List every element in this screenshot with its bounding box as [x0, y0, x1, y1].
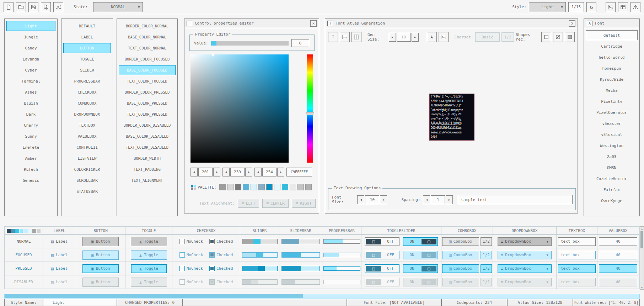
shapes-rec-diagonal-button[interactable]	[553, 32, 563, 42]
control-item-progressbar[interactable]: PROGRESSBAR	[63, 76, 111, 86]
close-icon[interactable]: x	[569, 20, 575, 27]
scrollbar-thumb[interactable]	[5, 294, 303, 298]
style-item-ashes[interactable]: Ashes	[6, 87, 55, 97]
slider-control[interactable]	[242, 239, 278, 244]
toggleslider-on[interactable]: ON	[403, 264, 438, 273]
screenshot-button[interactable]	[606, 2, 616, 12]
toggleslider-on[interactable]: ON	[403, 278, 438, 286]
arrow-left-icon[interactable]: ◀	[357, 195, 364, 204]
slider-handle[interactable]	[253, 239, 261, 244]
toggleslider-on[interactable]: ON	[403, 251, 438, 259]
load-style-button[interactable]	[16, 2, 26, 12]
arrow-right-icon[interactable]: ▶	[380, 195, 387, 204]
font-item[interactable]: homespun	[586, 63, 638, 73]
font-item[interactable]: PixelOperator	[586, 107, 638, 117]
dropdownbox-control[interactable]: ≡DropdownBox▼	[498, 237, 552, 246]
toggle-control[interactable]: ◭Toggle	[131, 237, 167, 246]
arrow-left-icon[interactable]: ◀	[254, 168, 262, 176]
valuebox-control[interactable]: 40	[599, 278, 637, 286]
property-item[interactable]: TEXT_COLOR_FOCUSED	[119, 76, 176, 86]
new-style-button[interactable]	[4, 2, 14, 12]
style-dropdown[interactable]: Light ▼	[529, 2, 566, 12]
editor-titlebar[interactable]: Control properties editor x	[184, 19, 319, 28]
button-control[interactable]: ▣Button	[82, 278, 119, 287]
combobox-count[interactable]: 1/2	[481, 278, 492, 286]
hue-bar-handle[interactable]	[306, 112, 314, 115]
button-control[interactable]: ▣Button	[82, 237, 119, 246]
green-value[interactable]: 239	[230, 168, 245, 176]
combobox-control[interactable]: ◫ComboBox	[442, 278, 479, 286]
shapes-rec-fill-button[interactable]	[565, 32, 575, 42]
toggle-control[interactable]: ◭Toggle	[131, 278, 167, 287]
spacing-value[interactable]: 1	[431, 195, 445, 204]
font-item[interactable]: v5easter	[586, 118, 638, 128]
arrow-left-icon[interactable]: ◀	[190, 168, 198, 176]
font-image-button[interactable]	[439, 32, 449, 42]
button-control[interactable]: ▣Button	[82, 264, 119, 273]
atlas-titlebar[interactable]: T Font Atlas Generation x	[325, 19, 578, 28]
control-item-textbox[interactable]: TEXTBOX	[63, 120, 111, 130]
dropdownbox-control[interactable]: ≡DropdownBox▼	[498, 251, 552, 259]
toggle-control[interactable]: ◭Toggle	[131, 264, 167, 273]
slider-handle[interactable]	[256, 253, 263, 257]
align-center-button[interactable]: ≡CENTER	[262, 199, 288, 208]
palette-swatch[interactable]	[219, 184, 226, 190]
control-item-checkbox[interactable]: CHECKBOX	[63, 87, 111, 97]
save-style-button[interactable]	[28, 2, 38, 12]
font-item[interactable]: Westington	[586, 141, 638, 151]
combobox-count[interactable]: 1/2	[481, 237, 492, 246]
scrollbar-thumb[interactable]	[640, 231, 643, 248]
textbox-control[interactable]: text box	[558, 251, 596, 259]
control-item-combobox[interactable]: COMBOBOX	[63, 98, 111, 108]
font-item[interactable]: hello-world	[586, 52, 638, 62]
scroll-up-icon[interactable]: ▲	[640, 227, 644, 231]
arrow-right-icon[interactable]: ▶	[277, 168, 284, 176]
toggle-control[interactable]: ◭Toggle	[131, 250, 167, 260]
font-item[interactable]: Mecha	[586, 85, 638, 95]
button-control[interactable]: ▣Button	[82, 250, 119, 260]
checkbox-checked[interactable]	[209, 252, 215, 258]
control-item-scrollbar[interactable]: SCROLLBAR	[63, 175, 111, 185]
control-item-slider[interactable]: SLIDER	[63, 65, 111, 75]
toggleslider-on[interactable]: ON	[403, 237, 438, 246]
font-item[interactable]: Cartridge	[586, 41, 638, 51]
style-item-dark[interactable]: Dark	[6, 109, 55, 119]
property-item-selected[interactable]: BASE_COLOR_FOCUSED	[119, 65, 176, 75]
palette-swatch[interactable]	[243, 184, 249, 190]
hex-value-box[interactable]: C9EFFEFF	[286, 168, 312, 176]
style-item-cyber[interactable]: Cyber	[6, 65, 55, 75]
style-item-bluish[interactable]: Bluish	[6, 98, 55, 108]
font-item[interactable]: PixelIntv	[586, 96, 638, 106]
gen-size-value[interactable]: 10	[397, 33, 411, 42]
about-button[interactable]	[630, 2, 640, 12]
sliderbar-control[interactable]	[281, 266, 320, 271]
arrow-right-icon[interactable]: ▶	[245, 168, 252, 176]
palette-swatch[interactable]	[282, 184, 288, 190]
checkbox-unchecked[interactable]	[179, 252, 185, 258]
checkbox-unchecked[interactable]	[179, 266, 185, 271]
checkbox-checked[interactable]	[209, 279, 215, 285]
font-item[interactable]: OwreKynge	[586, 196, 638, 206]
value-box[interactable]: 0	[291, 39, 309, 47]
arrow-left-icon[interactable]: ◀	[423, 195, 430, 204]
style-item-cherry[interactable]: Cherry	[6, 120, 55, 130]
toggleslider-off[interactable]: OFF	[365, 264, 399, 273]
checkbox-unchecked[interactable]	[179, 239, 185, 244]
property-item[interactable]: BORDER_COLOR_DISABLED	[119, 120, 176, 130]
style-item-light[interactable]: Light	[6, 21, 55, 31]
sliderbar-control[interactable]	[281, 252, 320, 258]
combobox-control[interactable]: ◫ComboBox	[442, 237, 479, 246]
control-item-statusbar[interactable]: STATUSBAR	[63, 186, 111, 196]
atlas-image-button[interactable]	[340, 32, 350, 42]
toggleslider-off[interactable]: OFF	[365, 251, 399, 259]
dropdownbox-control[interactable]: ≡DropdownBox▼	[498, 264, 552, 273]
property-item[interactable]: BASE_COLOR_DISABLED	[119, 131, 176, 141]
style-item-enefete[interactable]: Enefete	[6, 142, 55, 152]
sliderbar-control[interactable]	[281, 239, 320, 244]
random-style-button[interactable]	[53, 2, 63, 12]
horizontal-scrollbar[interactable]	[4, 294, 640, 299]
textbox-control[interactable]: text box	[558, 237, 596, 246]
palette-swatch[interactable]	[235, 184, 241, 190]
combobox-count[interactable]: 1/2	[481, 264, 492, 273]
property-item[interactable]: TEXT_COLOR_NORMAL	[119, 43, 176, 53]
